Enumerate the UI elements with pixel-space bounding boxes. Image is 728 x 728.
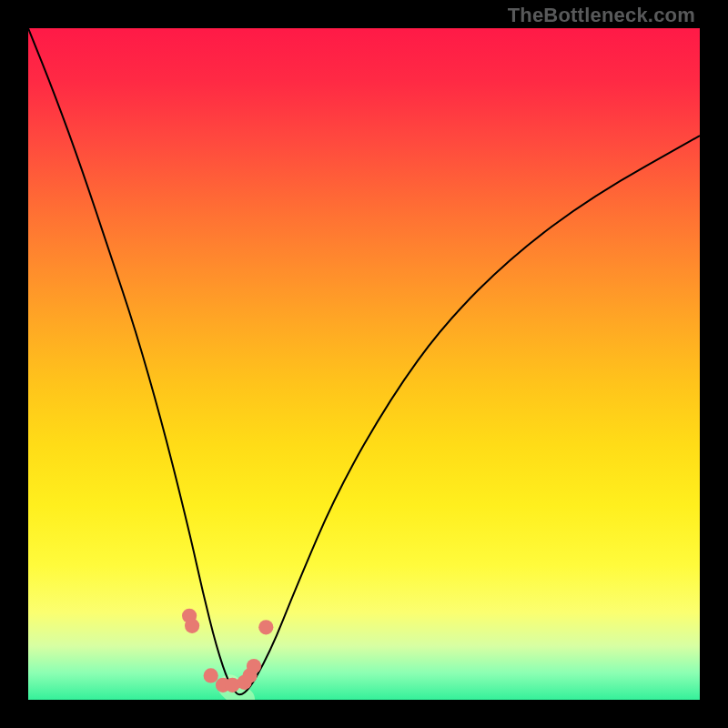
data-marker: [185, 619, 199, 633]
chart-svg: [28, 28, 700, 700]
plot-frame: [28, 28, 700, 700]
data-marker: [247, 659, 261, 673]
data-marker: [204, 668, 218, 682]
watermark-text: TheBottleneck.com: [508, 4, 695, 27]
data-marker: [258, 620, 273, 634]
bottleneck-curve: [28, 28, 700, 694]
marker-group: [182, 609, 273, 693]
